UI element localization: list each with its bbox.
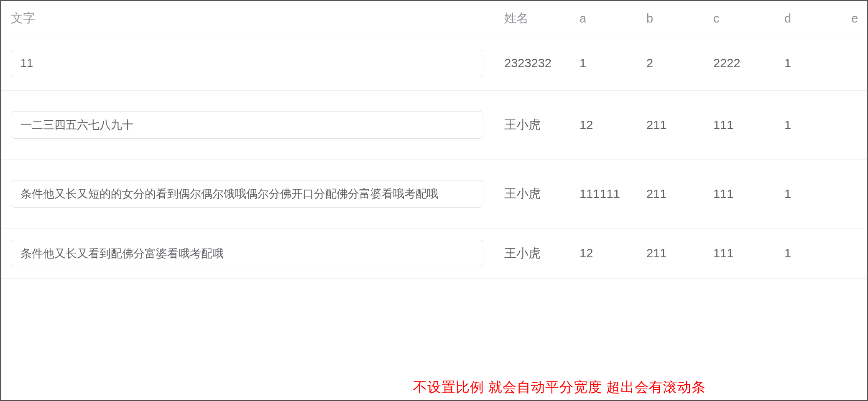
header-c: c: [703, 1, 774, 36]
app-frame: 文字 姓名 a b c d e 2323232: [0, 0, 868, 401]
cell-b: 211: [636, 160, 703, 228]
header-b: b: [636, 1, 703, 36]
cell-c: 111: [703, 160, 774, 228]
table-row: 王小虎 111111 211 111 1: [1, 160, 867, 228]
cell-d: 1: [774, 91, 841, 160]
cell-text: [1, 160, 494, 228]
table-row: 王小虎 12 211 111 1: [1, 228, 867, 279]
cell-d: 1: [774, 160, 841, 228]
cell-a: 111111: [569, 160, 636, 228]
cell-a: 12: [569, 91, 636, 160]
table-scroll[interactable]: 文字 姓名 a b c d e 2323232: [1, 1, 867, 371]
footer-note: 不设置比例 就会自动平分宽度 超出会有滚动条: [252, 371, 867, 400]
cell-text: [1, 91, 494, 160]
header-d: d: [774, 1, 841, 36]
data-table: 文字 姓名 a b c d e 2323232: [1, 1, 867, 279]
text-input[interactable]: [11, 111, 483, 139]
table-row: 王小虎 12 211 111 1: [1, 91, 867, 160]
header-e: e: [841, 1, 867, 36]
cell-name: 王小虎: [494, 228, 569, 279]
cell-b: 2: [636, 36, 703, 91]
table-row: 2323232 1 2 2222 1: [1, 36, 867, 91]
cell-a: 1: [569, 36, 636, 91]
table-container: 文字 姓名 a b c d e 2323232: [1, 1, 867, 371]
cell-text: [1, 228, 494, 279]
text-input[interactable]: [11, 240, 483, 267]
table-header-row: 文字 姓名 a b c d e: [1, 1, 867, 36]
header-name: 姓名: [494, 1, 569, 36]
cell-d: 1: [774, 228, 841, 279]
cell-text: [1, 36, 494, 91]
cell-b: 211: [636, 228, 703, 279]
cell-a: 12: [569, 228, 636, 279]
cell-c: 111: [703, 228, 774, 279]
text-input[interactable]: [11, 180, 483, 208]
cell-c: 111: [703, 91, 774, 160]
cell-d: 1: [774, 36, 841, 91]
cell-b: 211: [636, 91, 703, 160]
text-input[interactable]: [11, 50, 483, 77]
cell-name: 2323232: [494, 36, 569, 91]
cell-e: [841, 91, 867, 160]
cell-name: 王小虎: [494, 91, 569, 160]
cell-c: 2222: [703, 36, 774, 91]
cell-e: [841, 228, 867, 279]
header-text: 文字: [1, 1, 494, 36]
cell-e: [841, 160, 867, 228]
cell-e: [841, 36, 867, 91]
header-a: a: [569, 1, 636, 36]
cell-name: 王小虎: [494, 160, 569, 228]
